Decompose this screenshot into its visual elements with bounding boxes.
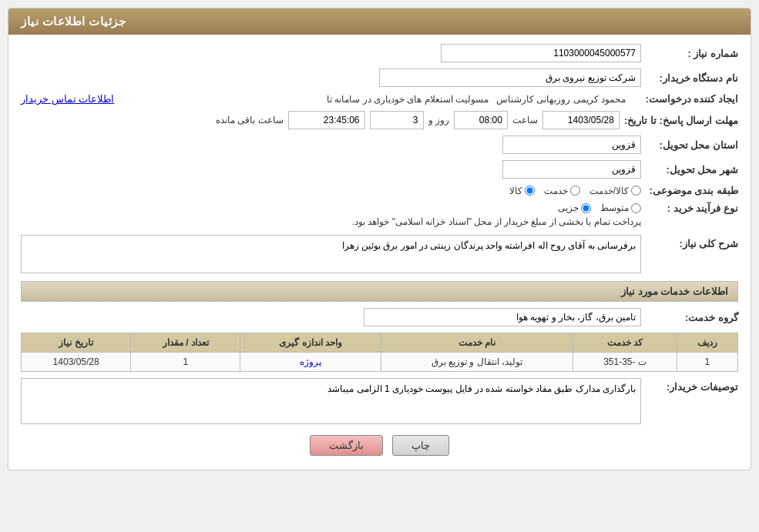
print-button[interactable]: چاپ — [392, 435, 449, 456]
gorooh-label: گروه خدمت: — [646, 312, 738, 323]
table-row: 1 ت -35-351 تولید، انتقال و توزیع برق پر… — [22, 353, 738, 372]
shahr-label: شهر محل تحویل: — [646, 164, 738, 176]
mohlat-saat-label: ساعت — [512, 115, 538, 125]
services-table: ردیف کد خدمت نام خدمت واحد اندازه گیری ت… — [21, 333, 738, 372]
radio-kala-khadamat[interactable] — [631, 186, 641, 196]
col-radif: ردیف — [677, 333, 737, 353]
mohlat-saat-input[interactable] — [454, 111, 508, 129]
col-vahed: واحد اندازه گیری — [240, 333, 381, 353]
col-kod: کد خدمت — [573, 333, 677, 353]
tabaqe-radio-group: کالا/خدمت خدمت کالا — [509, 186, 641, 196]
mohlat-label: مهلت ارسال پاسخ: تا تاریخ: — [624, 115, 738, 126]
radio-kala-label: کالا — [509, 186, 522, 196]
mohlat-rooz-label: روز و — [428, 115, 449, 125]
shomara-niaz-label: شماره نیاز : — [646, 48, 738, 59]
radio-jozii-label: جزیی — [558, 202, 579, 213]
tosif-value: بارگذاری مدارک طبق مفاد خواسته شده در فا… — [21, 378, 641, 424]
page-header: جزئیات اطلاعات نیاز — [8, 8, 751, 35]
farayand-note: پرداخت تمام یا بخشی از مبلغ خریدار از مح… — [352, 216, 641, 227]
radio-khadamat[interactable] — [570, 186, 580, 196]
mohlat-baqi-input[interactable] — [288, 111, 365, 129]
tabaqe-label: طبقه بندی موضوعی: — [646, 185, 738, 196]
ostan-label: استان محل تحویل: — [646, 139, 738, 151]
sharh-value: برفرسانی به آقای روح اله افراشته واحد پر… — [21, 235, 641, 273]
radio-kala[interactable] — [525, 186, 535, 196]
mohlat-date-input[interactable] — [542, 111, 620, 129]
radio-mottasat[interactable] — [631, 203, 641, 213]
shomara-niaz-input[interactable] — [441, 44, 641, 62]
radio-mottasat-label: متوسط — [600, 202, 629, 213]
cell-kod: ت -35-351 — [573, 353, 677, 372]
sharh-label: شرح کلی نیاز: — [646, 235, 738, 249]
ostan-input[interactable] — [502, 136, 641, 154]
cell-tarikh: 1403/05/28 — [22, 353, 131, 372]
back-button[interactable]: بازگشت — [310, 435, 383, 456]
col-nam: نام خدمت — [381, 333, 573, 353]
radio-jozii[interactable] — [581, 203, 591, 213]
khadamat-section-header: اطلاعات خدمات مورد نیاز — [21, 281, 738, 302]
nooe-farayand-label: نوع فرآیند خرید : — [646, 202, 738, 214]
services-table-section: ردیف کد خدمت نام خدمت واحد اندازه گیری ت… — [21, 333, 738, 372]
cell-radif: 1 — [677, 353, 737, 372]
col-tedad: تعداد / مقدار — [131, 333, 240, 353]
gorooh-input[interactable] — [364, 308, 641, 326]
nam-dastgah-input[interactable] — [379, 69, 641, 87]
shahr-input[interactable] — [502, 160, 641, 179]
cell-nam: تولید، انتقال و توزیع برق — [381, 353, 573, 372]
action-buttons: چاپ بازگشت — [21, 435, 738, 456]
cell-vahed: پروژه — [240, 353, 381, 372]
tamaas-link[interactable]: اطلاعات تماس خریدار — [21, 93, 114, 105]
tosif-label: توصیفات خریدار: — [646, 378, 738, 393]
nam-dastgah-label: نام دستگاه خریدار: — [646, 72, 738, 84]
mohlat-baqi-label: ساعت باقی مانده — [216, 115, 284, 125]
header-title: جزئیات اطلاعات نیاز — [21, 15, 126, 28]
radio-kala-khadamat-label: کالا/خدمت — [589, 186, 629, 196]
ijad-konande-label: ایجاد کننده درخواست: — [630, 93, 738, 105]
radio-khadamat-label: خدمت — [544, 186, 568, 196]
col-tarikh: تاریخ نیاز — [22, 333, 131, 353]
mohlat-rooz-input[interactable] — [370, 111, 424, 129]
ijad-konande-value: محمود کریمی روزبهانی کارشناس مسولیت استع… — [119, 94, 626, 105]
cell-tedad: 1 — [131, 353, 240, 372]
